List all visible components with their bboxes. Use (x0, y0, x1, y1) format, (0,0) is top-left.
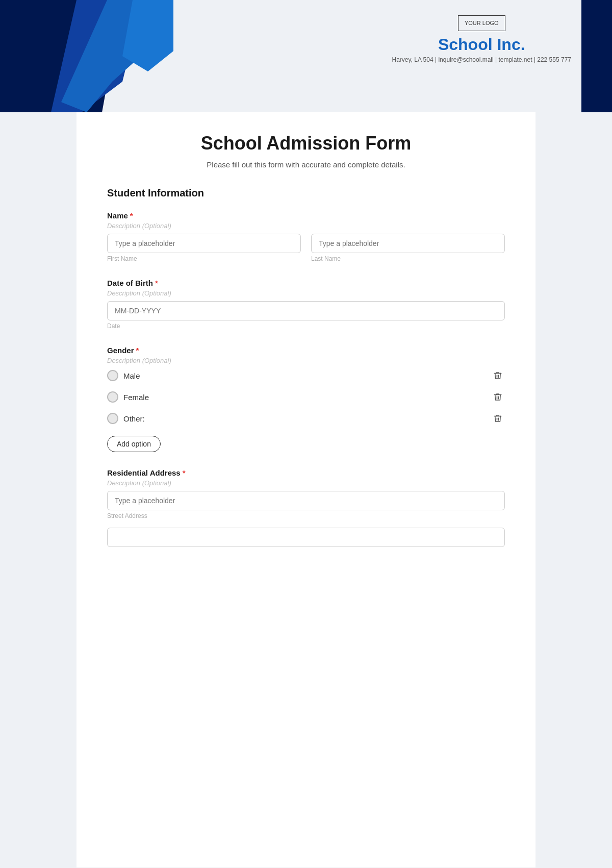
first-name-sublabel: First Name (107, 255, 301, 262)
field-name: Name * Description (Optional) First Name… (107, 211, 505, 262)
field-address-description: Description (Optional) (107, 479, 505, 487)
field-name-row: First Name Last Name (107, 234, 505, 262)
field-gender-description: Description (Optional) (107, 357, 505, 364)
field-dob-label: Date of Birth * (107, 279, 505, 287)
header-logo-area: YOUR LOGO School Inc. Harvey, LA 504 | i… (392, 15, 571, 63)
field-address-row: Street Address (107, 491, 505, 519)
street-address-wrapper: Street Address (107, 491, 505, 519)
field-gender-label: Gender * (107, 346, 505, 355)
logo-text: YOUR LOGO (465, 20, 499, 26)
address-line2-input[interactable] (107, 528, 505, 547)
first-name-wrapper: First Name (107, 234, 301, 262)
address-row2 (107, 528, 505, 547)
gender-label-male: Male (123, 371, 140, 380)
delete-other-button[interactable] (491, 411, 505, 426)
gender-option-female: Female (107, 390, 505, 404)
header-decoration-right (581, 0, 612, 112)
field-dob-description: Description (Optional) (107, 289, 505, 297)
delete-female-button[interactable] (491, 390, 505, 404)
logo-box: YOUR LOGO (458, 15, 505, 31)
field-dob: Date of Birth * Description (Optional) D… (107, 279, 505, 330)
dob-wrapper: Date (107, 301, 505, 330)
gender-label-other: Other: (123, 414, 145, 423)
add-option-button[interactable]: Add option (107, 436, 161, 452)
last-name-input[interactable] (311, 234, 505, 253)
radio-circle-female[interactable] (107, 391, 118, 403)
last-name-sublabel: Last Name (311, 255, 505, 262)
radio-circle-male[interactable] (107, 370, 118, 381)
dob-sublabel: Date (107, 323, 505, 330)
field-residential-address: Residential Address * Description (Optio… (107, 468, 505, 547)
form-subtitle: Please fill out this form with accurate … (107, 160, 505, 169)
gender-option-other: Other: (107, 411, 505, 426)
required-indicator: * (183, 468, 186, 477)
field-address-label: Residential Address * (107, 468, 505, 477)
form-content: School Admission Form Please fill out th… (76, 112, 536, 867)
gender-option-male: Male (107, 368, 505, 383)
last-name-wrapper: Last Name (311, 234, 505, 262)
delete-male-button[interactable] (491, 368, 505, 383)
section-heading: Student Information (107, 187, 505, 199)
field-gender: Gender * Description (Optional) Male (107, 346, 505, 452)
street-address-input[interactable] (107, 491, 505, 510)
header-decoration-left (0, 0, 173, 112)
field-dob-row: Date (107, 301, 505, 330)
school-contact: Harvey, LA 504 | inquire@school.mail | t… (392, 56, 571, 63)
required-indicator: * (155, 279, 158, 287)
page-header: YOUR LOGO School Inc. Harvey, LA 504 | i… (0, 0, 612, 112)
required-indicator: * (136, 346, 139, 355)
form-title: School Admission Form (107, 133, 505, 154)
field-name-description: Description (Optional) (107, 222, 505, 230)
required-indicator: * (130, 211, 133, 220)
radio-circle-other[interactable] (107, 413, 118, 424)
dob-input[interactable] (107, 301, 505, 320)
school-name: School Inc. (392, 35, 571, 54)
street-address-sublabel: Street Address (107, 512, 505, 519)
field-name-label: Name * (107, 211, 505, 220)
gender-label-female: Female (123, 393, 149, 402)
first-name-input[interactable] (107, 234, 301, 253)
